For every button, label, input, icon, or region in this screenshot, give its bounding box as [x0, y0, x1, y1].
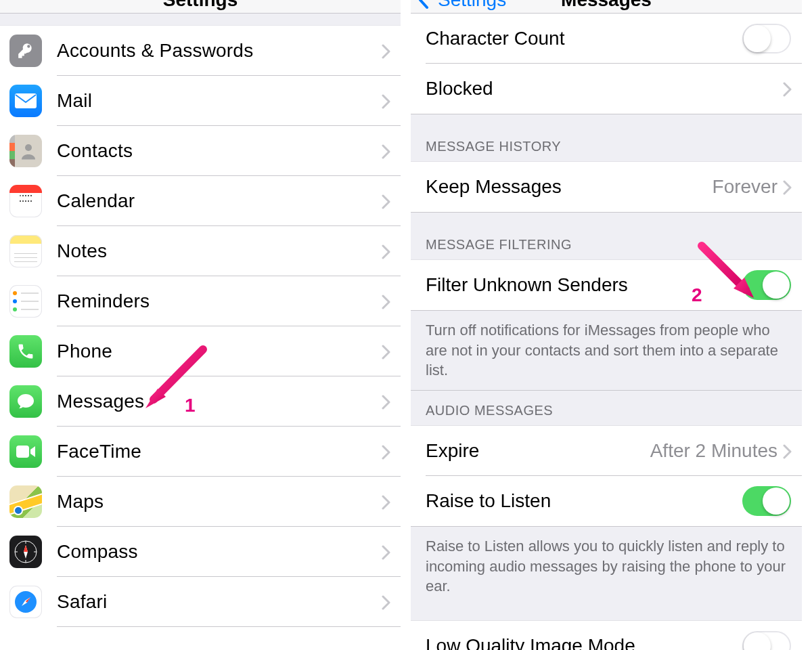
chevron-right-icon	[382, 595, 390, 609]
row-label: Expire	[426, 440, 479, 462]
messages-header: Settings Messages	[411, 0, 802, 14]
chevron-right-icon	[783, 444, 791, 458]
toggle-character-count[interactable]	[742, 24, 791, 53]
chevron-right-icon	[382, 295, 390, 308]
row-label: Filter Unknown Senders	[426, 274, 628, 296]
row-filter-unknown-senders[interactable]: Filter Unknown Senders	[411, 260, 802, 310]
section-header-audio: AUDIO MESSAGES	[411, 390, 802, 426]
row-label: Messages	[57, 391, 144, 412]
row-value: Forever	[713, 176, 777, 198]
chevron-right-icon	[382, 244, 390, 258]
mail-icon	[9, 85, 42, 117]
settings-row-phone[interactable]: Phone	[0, 326, 401, 376]
row-low-quality-image[interactable]: Low Quality Image Mode	[411, 621, 802, 650]
row-character-count[interactable]: Character Count	[411, 14, 802, 64]
notes-icon	[9, 235, 42, 267]
chevron-right-icon	[382, 94, 390, 108]
toggle-raise-to-listen[interactable]	[742, 486, 791, 516]
chevron-right-icon	[382, 495, 390, 508]
row-value: After 2 Minutes	[650, 440, 777, 462]
settings-row-calendar[interactable]: Calendar	[0, 176, 401, 226]
settings-row-safari[interactable]: Safari	[0, 577, 401, 627]
chevron-right-icon	[382, 144, 390, 158]
settings-header: Settings	[0, 0, 401, 14]
toggle-filter-unknown[interactable]	[742, 270, 791, 300]
page-title: Messages	[561, 0, 652, 11]
reminders-icon	[9, 285, 42, 318]
row-label: Keep Messages	[426, 176, 562, 198]
section-gap	[0, 14, 401, 26]
key-icon	[9, 35, 42, 67]
row-label: Reminders	[57, 290, 150, 312]
row-label: Raise to Listen	[426, 490, 551, 512]
calendar-icon	[9, 185, 42, 217]
row-label: Notes	[57, 240, 107, 262]
row-label: Contacts	[57, 140, 133, 162]
chevron-right-icon	[382, 194, 390, 208]
phone-icon	[9, 335, 42, 368]
row-keep-messages[interactable]: Keep Messages Forever	[411, 162, 802, 212]
section-footer-raise: Raise to Listen allows you to quickly li…	[411, 526, 802, 606]
row-label: Blocked	[426, 78, 493, 100]
settings-row-reminders[interactable]: Reminders	[0, 276, 401, 326]
section-header-history: MESSAGE HISTORY	[411, 114, 802, 162]
messages-settings-pane: Settings Messages Character Count Blocke…	[411, 0, 802, 650]
row-label: Low Quality Image Mode	[426, 635, 635, 650]
settings-row-messages[interactable]: Messages	[0, 376, 401, 427]
settings-row-compass[interactable]: Compass	[0, 527, 401, 577]
row-label: Phone	[57, 341, 112, 362]
settings-row-facetime[interactable]: FaceTime	[0, 427, 401, 477]
page-title: Settings	[163, 0, 238, 11]
chevron-right-icon	[382, 395, 390, 408]
row-label: Safari	[57, 591, 107, 613]
chevron-right-icon	[783, 82, 791, 95]
svg-rect-0	[15, 93, 37, 108]
row-raise-to-listen[interactable]: Raise to Listen	[411, 476, 802, 526]
chevron-right-icon	[382, 44, 390, 58]
messages-icon	[9, 385, 42, 418]
settings-row-contacts[interactable]: Contacts	[0, 126, 401, 176]
row-label: Compass	[57, 541, 138, 563]
safari-icon	[9, 586, 42, 618]
settings-row-notes[interactable]: Notes	[0, 226, 401, 276]
settings-row-mail[interactable]: Mail	[0, 76, 401, 126]
chevron-right-icon	[382, 445, 390, 458]
section-header-filtering: MESSAGE FILTERING	[411, 212, 802, 260]
row-expire[interactable]: Expire After 2 Minutes	[411, 426, 802, 476]
row-label: FaceTime	[57, 441, 141, 462]
facetime-icon	[9, 435, 42, 468]
settings-row-accounts-passwords[interactable]: Accounts & Passwords	[0, 26, 401, 76]
row-blocked[interactable]: Blocked	[411, 64, 802, 114]
row-label: Character Count	[426, 28, 564, 49]
row-label: Calendar	[57, 190, 135, 212]
maps-icon	[9, 485, 42, 518]
chevron-left-icon[interactable]	[418, 0, 430, 12]
chevron-right-icon	[382, 545, 390, 559]
contacts-icon	[9, 135, 42, 167]
toggle-low-quality[interactable]	[742, 631, 791, 650]
compass-icon	[9, 536, 42, 568]
row-label: Accounts & Passwords	[57, 40, 253, 62]
section-footer-filtering: Turn off notifications for iMessages fro…	[411, 310, 802, 390]
row-label: Maps	[57, 491, 104, 513]
back-button[interactable]: Settings	[438, 0, 506, 11]
svg-point-1	[25, 144, 32, 151]
svg-rect-2	[16, 446, 29, 458]
row-label: Mail	[57, 90, 92, 112]
settings-row-maps[interactable]: Maps	[0, 477, 401, 527]
chevron-right-icon	[382, 345, 390, 358]
chevron-right-icon	[783, 180, 791, 194]
settings-list-pane: Settings Accounts & Passwords Mail	[0, 0, 401, 650]
